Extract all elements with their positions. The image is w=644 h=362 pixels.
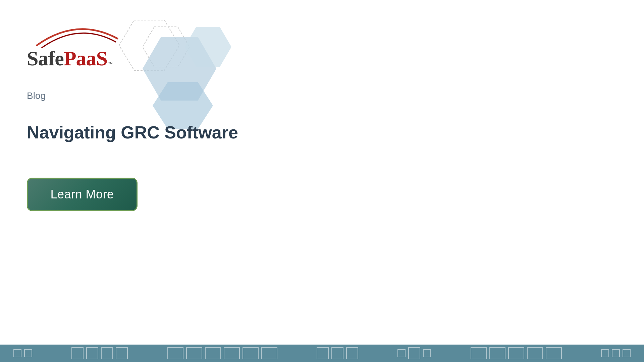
learn-more-button[interactable]: Learn More	[27, 178, 138, 211]
bar-square	[623, 349, 631, 357]
bar-square	[71, 347, 84, 359]
bar-square	[205, 347, 221, 359]
bar-square	[167, 347, 183, 359]
bar-square	[346, 347, 358, 359]
learn-more-label: Learn More	[50, 187, 114, 201]
bar-square	[423, 349, 431, 357]
bar-square	[612, 349, 620, 357]
bar-square	[116, 347, 128, 359]
bar-group-2	[71, 347, 128, 359]
bottom-bar-squares	[13, 347, 631, 359]
logo-text: Safe PaaS ™	[27, 47, 113, 70]
bar-square	[243, 347, 259, 359]
hex-svg-icon	[101, 10, 241, 131]
bar-square	[224, 347, 240, 359]
bar-square	[186, 347, 202, 359]
hex-decoration	[101, 10, 241, 131]
bar-square	[601, 349, 609, 357]
bar-square	[261, 347, 277, 359]
bar-square	[331, 347, 343, 359]
bar-square	[86, 347, 98, 359]
bar-square	[508, 347, 524, 359]
bar-square	[408, 347, 420, 359]
bar-square	[489, 347, 505, 359]
logo-safe: Safe	[27, 47, 64, 70]
page-container: Safe PaaS ™ Blog Navigating GRC Software	[0, 0, 644, 362]
bar-group-5	[397, 347, 431, 359]
bar-square	[13, 349, 21, 357]
bar-square	[471, 347, 487, 359]
bar-square	[546, 347, 562, 359]
bar-square	[24, 349, 32, 357]
bar-group-1	[13, 349, 32, 357]
bar-group-3	[167, 347, 277, 359]
bottom-bar	[0, 345, 644, 362]
bar-group-4	[317, 347, 358, 359]
bar-square	[101, 347, 113, 359]
blog-label: Blog	[27, 90, 46, 101]
bar-square	[397, 349, 406, 357]
bar-group-6	[471, 347, 562, 359]
bar-square	[317, 347, 329, 359]
bar-group-7	[601, 349, 631, 357]
page-title: Navigating GRC Software	[27, 122, 238, 142]
bar-square	[527, 347, 543, 359]
